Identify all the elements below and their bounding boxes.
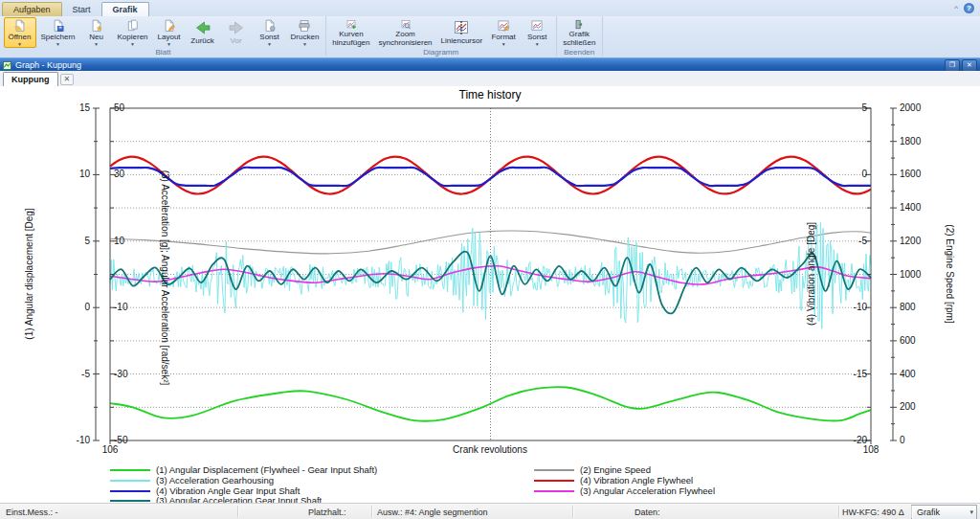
document-tab-kuppung[interactable]: Kuppung: [3, 72, 58, 86]
restore-window-button[interactable]: ❐: [945, 59, 960, 72]
tick-label-vib: 0: [840, 169, 867, 179]
status-item-3: Daten:: [635, 508, 660, 517]
status-separator: [838, 506, 840, 518]
ribbon-button-label: Zurück: [190, 36, 213, 45]
chart-add-icon: [343, 19, 360, 30]
tick-label-accel: 30: [114, 169, 139, 179]
legend-item-1: (3) Acceleration Gearhousing: [156, 476, 274, 485]
ribbon-button-label: Drucken: [291, 33, 320, 41]
status-separator: [237, 506, 239, 518]
plot-canvas: [0, 86, 980, 503]
ribbon-button-speichern[interactable]: Speichern▼: [37, 17, 79, 48]
status-bar: Grafik ▾ Einst.Mess.: -Platzhalt.:Ausw.:…: [0, 503, 980, 519]
ribbon-button-label: Kopieren: [118, 33, 148, 41]
window-title-bar: Graph - Kuppung ❐ ✕: [0, 57, 980, 72]
ribbon-tab-grafik[interactable]: Grafik: [101, 2, 149, 16]
ribbon-button-label: Neu: [89, 33, 103, 41]
ribbon-button-neu[interactable]: Neu▼: [80, 17, 113, 48]
ribbon-button-label: Sonst: [259, 33, 278, 41]
ribbon-button-grafik-schließen[interactable]: Grafikschließen: [559, 17, 599, 48]
zoom-sync-icon: [397, 19, 414, 30]
tick-label-rpm: 200: [900, 402, 928, 412]
minimize-ribbon-icon[interactable]: ^: [954, 4, 958, 12]
status-item-2: Ausw.: #4: Angle segmention: [377, 508, 488, 517]
legend-swatch-0: [110, 469, 150, 471]
status-separator: [911, 506, 913, 518]
tick-label-rpm: 1800: [900, 137, 928, 147]
ribbon-button-label: Format: [491, 33, 515, 41]
ribbon-button-drucken[interactable]: Drucken▼: [287, 17, 323, 48]
ribbon-button-sonst[interactable]: Sonst▼: [254, 17, 286, 48]
chart-more-icon: [528, 19, 546, 33]
ribbon-group-blatt: Öffnen▼Speichern▼Neu▼Kopieren▼Layout▼Zur…: [1, 16, 326, 56]
copy-page-icon: [124, 19, 142, 33]
tick-label-rpm: 1000: [900, 270, 928, 280]
tick-label-rpm: 600: [900, 336, 928, 346]
ribbon-button-kurven-hinzufügen[interactable]: Kurvenhinzufügen: [328, 17, 373, 48]
window-icon: [3, 61, 11, 70]
tick-label-rpm: 400: [900, 370, 928, 379]
ribbon-button-vor[interactable]: Vor: [220, 17, 253, 48]
tick-label-disp: 10: [65, 169, 90, 179]
ribbon-button-liniencursor[interactable]: Liniencursor: [437, 17, 487, 48]
ribbon-group-label: Beenden: [557, 48, 602, 56]
tick-label-accel: -10: [114, 303, 139, 312]
dropdown-arrow-icon: ▼: [167, 42, 171, 47]
legend-item-6: (3) Angular Acceleration Flywheel: [580, 486, 715, 496]
ribbon-button-öffnen[interactable]: Öffnen▼: [4, 17, 36, 48]
legend-swatch-4: [534, 469, 574, 471]
dropdown-arrow-icon: ▼: [535, 42, 540, 47]
axis-label-engine-speed: (2) Engine Speed [rpm]: [945, 224, 955, 323]
axis-label-vibration-angle: (4) Vibration angle [Deg]: [806, 222, 816, 326]
ribbon-button-layout[interactable]: Layout▼: [153, 17, 186, 48]
status-item-4: HW-KFG: 490 Δ: [842, 508, 904, 517]
printer-icon: [296, 19, 313, 33]
close-window-button[interactable]: ✕: [962, 59, 977, 72]
ribbon-button-label: Speichern: [41, 33, 76, 41]
chart-format-icon: [495, 19, 512, 33]
ribbon-button-zurück[interactable]: Zurück: [187, 17, 219, 48]
tick-label-rpm: 1600: [900, 169, 928, 179]
tick-label-disp: 5: [65, 237, 90, 246]
window-title: Graph - Kuppung: [15, 60, 81, 70]
tick-label-disp: 0: [65, 303, 90, 312]
axis-label-angular-displacement: (1) Angular displacement [Deg]: [24, 208, 34, 339]
ribbon-button-label-2: synchronisieren: [379, 38, 433, 47]
ribbon-button-sonst[interactable]: Sonst▼: [521, 17, 553, 48]
ribbon-group-label: Diagramm: [326, 48, 556, 56]
tick-label-rpm: 800: [900, 303, 928, 312]
ribbon-button-format[interactable]: Format▼: [487, 17, 520, 48]
ribbon-button-label: Layout: [158, 33, 181, 41]
tick-label-vib: -15: [840, 370, 867, 379]
forward-arrow-icon: [228, 19, 245, 36]
legend-swatch-5: [534, 480, 574, 482]
tick-label-rpm: 0: [900, 436, 928, 445]
legend-swatch-2: [110, 490, 150, 492]
ribbon-group-diagramm: KurvenhinzufügenZoomsynchronisierenLinie…: [326, 16, 557, 56]
ribbon-group-beenden: GrafikschließenBeenden: [557, 16, 603, 56]
help-icon[interactable]: ?: [964, 3, 974, 13]
ribbon-tab-aufgaben[interactable]: Aufgaben: [2, 2, 62, 16]
status-separator: [371, 506, 373, 518]
ribbon-button-zoom-synchronisieren[interactable]: Zoomsynchronisieren: [375, 17, 436, 48]
open-page-icon: [11, 19, 29, 33]
view-mode-label: Grafik: [917, 508, 940, 517]
ribbon-button-kopieren[interactable]: Kopieren▼: [114, 17, 152, 48]
tick-label-disp: -5: [65, 370, 90, 379]
view-mode-dropdown[interactable]: Grafik ▾: [911, 505, 977, 519]
ribbon: AufgabenStartGrafik Öffnen▼Speichern▼Neu…: [0, 0, 980, 58]
ribbon-tab-start[interactable]: Start: [62, 3, 101, 16]
ribbon-tab-row: AufgabenStartGrafik: [0, 0, 980, 16]
close-tab-icon[interactable]: ✕: [60, 74, 75, 85]
tick-label-vib: -10: [840, 303, 867, 312]
x-axis-title: Crank revolutions: [418, 444, 562, 455]
tick-label-vib: 5: [840, 103, 867, 113]
tick-label-disp: -10: [65, 436, 90, 445]
ribbon-button-label: Öffnen: [9, 33, 32, 41]
series-curve-4: [110, 231, 871, 254]
new-page-icon: [88, 19, 105, 33]
dropdown-arrow-icon: ▼: [267, 42, 272, 47]
x-tick-106: 106: [96, 444, 124, 455]
close-graphic-icon: [570, 19, 588, 30]
ribbon-button-label: Grafik: [569, 30, 590, 38]
